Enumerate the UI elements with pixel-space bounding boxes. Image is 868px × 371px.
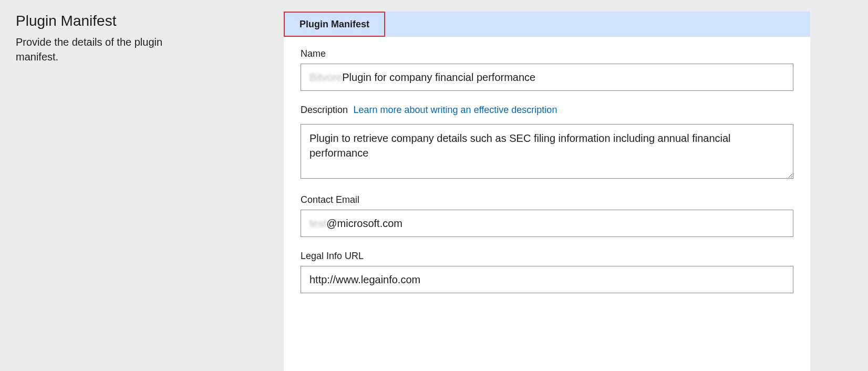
contact-email-blurred-prefix: test: [309, 218, 326, 230]
contact-email-label: Contact Email: [301, 194, 359, 205]
name-value: Plugin for company financial performance: [342, 71, 535, 84]
form-group-contact-email: Contact Email test@microsoft.com: [301, 194, 793, 237]
form-panel: Name Bitvore Plugin for company financia…: [284, 37, 810, 371]
legal-info-url-label: Legal Info URL: [301, 251, 364, 262]
name-label: Name: [301, 48, 326, 59]
page-title: Plugin Manifest: [16, 13, 268, 29]
name-blurred-prefix: Bitvore: [309, 71, 342, 84]
tab-plugin-manifest[interactable]: Plugin Manifest: [284, 12, 385, 37]
description-input[interactable]: [301, 124, 793, 179]
page-subtitle: Provide the details of the plugin manife…: [16, 35, 205, 64]
contact-email-value: @microsoft.com: [326, 218, 402, 230]
form-group-description: Description Learn more about writing an …: [301, 105, 793, 181]
main-panel: Plugin Manifest Name Bitvore Plugin for …: [284, 0, 868, 371]
legal-info-url-input[interactable]: [301, 266, 793, 293]
form-group-legal-info-url: Legal Info URL: [301, 251, 793, 293]
description-help-link[interactable]: Learn more about writing an effective de…: [354, 105, 557, 115]
form-group-name: Name Bitvore Plugin for company financia…: [301, 48, 793, 91]
sidebar: Plugin Manifest Provide the details of t…: [0, 0, 284, 371]
tab-bar: Plugin Manifest: [284, 12, 810, 37]
name-input[interactable]: Bitvore Plugin for company financial per…: [301, 64, 793, 91]
description-label: Description: [301, 105, 348, 116]
contact-email-input[interactable]: test@microsoft.com: [301, 210, 793, 237]
